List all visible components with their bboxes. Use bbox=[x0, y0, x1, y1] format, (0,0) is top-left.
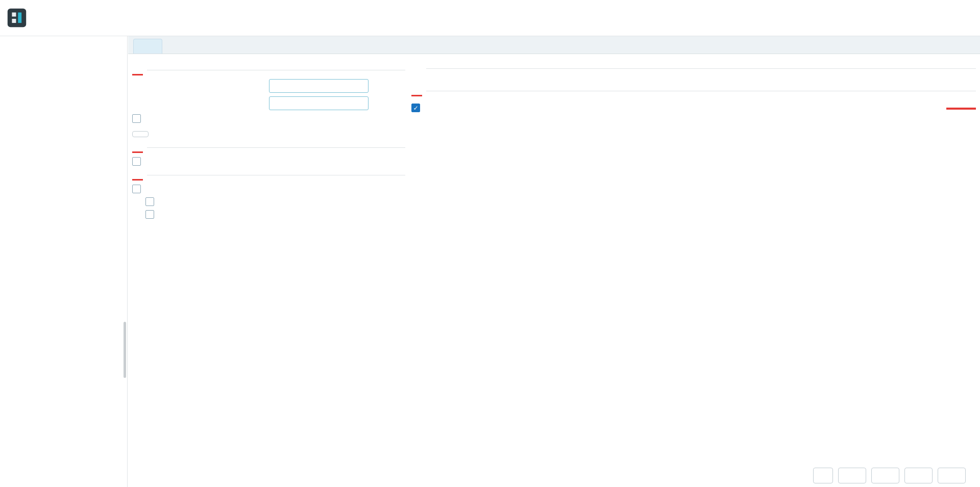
organizations-panel bbox=[411, 61, 976, 464]
disable-confirmation-row bbox=[132, 114, 405, 123]
divider bbox=[147, 147, 405, 148]
signatures-table-toolbar bbox=[411, 118, 976, 124]
chevron-down-icon[interactable] bbox=[360, 83, 366, 90]
section-organization-title bbox=[411, 65, 422, 72]
divider bbox=[426, 91, 976, 91]
cancel-button[interactable] bbox=[871, 468, 899, 483]
edit-button[interactable] bbox=[944, 40, 954, 50]
section-orders-header bbox=[132, 142, 405, 153]
doc-actions bbox=[944, 36, 973, 54]
refresh-icon bbox=[819, 471, 827, 480]
confirm-no-invoice-checkbox[interactable] bbox=[145, 197, 154, 206]
disable-confirmation-checkbox[interactable] bbox=[132, 114, 141, 123]
section-general-header bbox=[132, 65, 405, 75]
received-folder-row bbox=[132, 79, 405, 93]
navigation-sidebar bbox=[0, 36, 128, 487]
save-icon bbox=[846, 471, 854, 480]
doc-tab-integration[interactable] bbox=[133, 39, 162, 54]
get-messages-button[interactable] bbox=[132, 131, 149, 137]
sent-folder-input[interactable] bbox=[269, 96, 369, 110]
received-folder-input[interactable] bbox=[269, 79, 369, 93]
refresh-button[interactable] bbox=[813, 468, 833, 483]
close-button[interactable] bbox=[938, 468, 966, 483]
section-invoices-header bbox=[132, 170, 405, 181]
main-area bbox=[128, 36, 980, 487]
section-invoices-title bbox=[132, 170, 143, 181]
document-tabbar bbox=[128, 36, 980, 54]
sidebar-scrollbar[interactable] bbox=[124, 322, 126, 378]
use-docudrive-row bbox=[132, 185, 405, 193]
chevron-down-icon[interactable] bbox=[360, 100, 366, 107]
use-docudrive-checkbox[interactable] bbox=[132, 185, 141, 193]
section-general-title bbox=[132, 65, 143, 75]
ok-icon bbox=[912, 471, 921, 480]
divider bbox=[147, 70, 405, 70]
section-organization-header bbox=[411, 65, 976, 72]
app-header bbox=[0, 0, 980, 36]
form-icon bbox=[139, 42, 148, 50]
footer-actions bbox=[128, 464, 980, 487]
section-signatures-header bbox=[411, 86, 976, 96]
divider bbox=[426, 68, 976, 69]
save-button[interactable] bbox=[838, 468, 866, 483]
divider bbox=[147, 175, 405, 175]
close-icon bbox=[945, 471, 954, 480]
fullscreen-button[interactable] bbox=[963, 40, 973, 50]
section-orders-title bbox=[132, 142, 143, 153]
disable-read-notices-checkbox[interactable] bbox=[145, 210, 154, 219]
cancel-icon bbox=[879, 471, 888, 480]
collapse-icon[interactable] bbox=[411, 86, 419, 93]
confirm-no-invoice-row bbox=[145, 197, 405, 206]
ok-button[interactable] bbox=[904, 468, 933, 483]
ask-signing-password-checkbox[interactable] bbox=[411, 104, 420, 112]
confirm-no-order-row bbox=[132, 157, 405, 166]
app-logo[interactable] bbox=[5, 6, 29, 30]
confirm-no-order-checkbox[interactable] bbox=[132, 157, 141, 166]
section-signatures-title bbox=[411, 86, 422, 96]
edn-settings-panel bbox=[132, 61, 405, 464]
sent-folder-row bbox=[132, 96, 405, 110]
ask-signing-password-row bbox=[411, 104, 976, 112]
collapse-icon[interactable] bbox=[132, 65, 140, 72]
disable-read-notices-row bbox=[145, 210, 405, 219]
collapse-icon[interactable] bbox=[411, 65, 419, 72]
collapse-icon[interactable] bbox=[132, 142, 140, 150]
organizations-table-toolbar bbox=[411, 75, 976, 82]
edn-content bbox=[128, 60, 980, 464]
collapse-icon[interactable] bbox=[132, 170, 140, 177]
